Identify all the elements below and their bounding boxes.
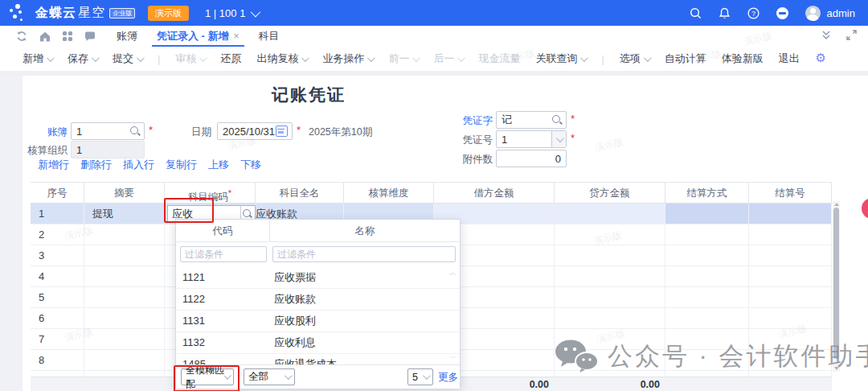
table-cell[interactable] xyxy=(84,245,165,266)
notifications-bell-icon[interactable] xyxy=(719,7,731,19)
table-cell[interactable] xyxy=(749,204,832,224)
table-cell[interactable] xyxy=(665,287,749,308)
toolbar-item: 审核 xyxy=(175,51,205,66)
table-cell[interactable]: 5 xyxy=(31,287,84,308)
grid-action-link[interactable]: 插入行 xyxy=(123,158,154,172)
table-cell[interactable] xyxy=(749,287,832,308)
attachments-value: 0 xyxy=(497,153,566,165)
grid-action-link[interactable]: 删除行 xyxy=(80,158,112,172)
table-cell[interactable] xyxy=(665,266,749,287)
lookup-result-row[interactable]: 1131应收股利 xyxy=(176,310,460,332)
dnd-mode-icon[interactable] xyxy=(776,7,788,19)
table-cell[interactable] xyxy=(84,308,165,329)
table-cell[interactable]: 3 xyxy=(31,245,84,266)
toolbar-settings-gear-icon[interactable]: ⚙ xyxy=(816,51,826,65)
table-cell[interactable] xyxy=(665,245,749,266)
top-bar: 金蝶云 星空 企业版 演示版 1 | 100 1 ? admin xyxy=(0,0,868,26)
scrollbar-thumb[interactable] xyxy=(833,208,839,359)
toolbar-item[interactable]: 新增 xyxy=(23,51,52,66)
lookup-result-row[interactable]: 1121应收票据 xyxy=(176,266,460,289)
account-switcher[interactable]: 1 | 100 1 xyxy=(205,7,258,19)
sync-icon[interactable] xyxy=(16,31,27,42)
table-cell[interactable] xyxy=(665,204,749,224)
ledger-search-icon[interactable] xyxy=(130,126,140,136)
grid-action-link[interactable]: 下移 xyxy=(240,158,261,172)
close-tab-icon[interactable]: × xyxy=(234,31,240,42)
account-code: 1131 xyxy=(182,310,205,331)
grid-action-link[interactable]: 复制行 xyxy=(166,158,197,172)
table-cell[interactable] xyxy=(665,224,749,245)
toolbar-item[interactable]: 保存 xyxy=(68,51,97,66)
scope-value: 全部 xyxy=(248,370,268,384)
column-header: 核算维度 xyxy=(344,183,434,204)
search-icon[interactable] xyxy=(690,7,702,19)
name-filter-input[interactable] xyxy=(272,246,456,262)
avatar[interactable] xyxy=(805,6,821,21)
toolbar-item[interactable]: 退出 xyxy=(779,51,800,66)
tab-科目[interactable]: 科目 xyxy=(249,26,289,47)
column-header-label: 摘要 xyxy=(114,187,134,199)
home-icon[interactable] xyxy=(39,31,51,42)
voucher-no-dropdown[interactable] xyxy=(551,131,566,147)
lookup-result-row[interactable]: 1122应收账款 xyxy=(176,288,460,311)
voucher-no-field[interactable]: 1 xyxy=(496,130,567,148)
toolbar-item[interactable]: 业务操作 xyxy=(322,51,373,66)
toolbar-item[interactable]: 选项 xyxy=(620,51,649,66)
code-filter-input[interactable] xyxy=(180,246,267,262)
grid-action-link[interactable]: 上移 xyxy=(208,158,229,172)
table-cell[interactable] xyxy=(84,224,165,245)
table-cell[interactable] xyxy=(555,245,665,266)
floating-badge[interactable] xyxy=(862,198,868,219)
kingdee-logo-icon xyxy=(8,2,35,23)
table-cell[interactable] xyxy=(555,204,665,224)
account-code: 1132 xyxy=(182,331,205,353)
table-cell[interactable]: 8 xyxy=(31,350,84,371)
column-header: 摘要 xyxy=(84,183,165,204)
table-cell[interactable] xyxy=(84,287,165,308)
table-cell[interactable]: 1 xyxy=(31,204,84,224)
table-cell[interactable] xyxy=(749,266,832,287)
table-cell[interactable] xyxy=(84,329,165,350)
popup-scroll-down-icon[interactable]: ﹀ xyxy=(449,353,457,364)
more-link[interactable]: 更多 xyxy=(438,371,458,385)
table-cell[interactable]: 6 xyxy=(31,308,84,329)
table-cell[interactable]: 4 xyxy=(31,266,84,287)
table-cell[interactable] xyxy=(555,266,665,287)
table-cell[interactable] xyxy=(84,266,165,287)
table-cell[interactable] xyxy=(749,224,832,245)
toolbar-item[interactable]: 出纳复核 xyxy=(256,51,307,66)
calendar-icon[interactable] xyxy=(276,126,288,137)
help-icon[interactable]: ? xyxy=(747,7,760,19)
page-size-select[interactable]: 5 xyxy=(407,368,433,385)
toolbar-item[interactable]: 还原 xyxy=(220,51,241,66)
chevron-down-icon xyxy=(367,54,375,62)
scope-select[interactable]: 全部 xyxy=(244,368,295,385)
collapse-toolbar-icon[interactable] xyxy=(821,31,832,43)
chevron-down-icon xyxy=(92,54,100,62)
grid-action-link[interactable]: 新增行 xyxy=(38,158,69,172)
popup-scroll-up-icon[interactable]: ︿ xyxy=(449,268,457,278)
table-cell[interactable]: 提现 xyxy=(84,204,165,224)
table-cell[interactable] xyxy=(555,308,665,329)
lookup-result-row[interactable]: 1132应收利息 xyxy=(176,331,460,354)
table-cell[interactable] xyxy=(84,350,165,371)
chevron-down-icon xyxy=(251,6,261,17)
ledger-label[interactable]: 账簿 xyxy=(11,126,68,139)
message-icon[interactable] xyxy=(84,31,96,42)
tab-账簿[interactable]: 账簿 xyxy=(107,26,147,47)
scroll-up-icon[interactable] xyxy=(834,203,839,206)
ledger-field[interactable]: 1 xyxy=(71,122,145,140)
table-cell[interactable] xyxy=(555,287,665,308)
toolbar-item[interactable]: 体验新版 xyxy=(722,51,764,66)
toolbar-item-label: 选项 xyxy=(620,51,641,66)
attachments-field[interactable]: 0 xyxy=(496,150,567,167)
toolbar-item[interactable]: 关联查询 xyxy=(535,51,586,66)
voucher-word-search-icon[interactable] xyxy=(552,115,562,125)
voucher-word-field[interactable]: 记 xyxy=(496,111,567,129)
toolbar-item[interactable]: 提交 xyxy=(113,51,142,66)
table-cell[interactable] xyxy=(749,245,832,266)
grid-apps-icon[interactable] xyxy=(63,31,72,41)
fullscreen-icon[interactable] xyxy=(846,30,857,43)
table-cell[interactable] xyxy=(665,308,749,329)
voucher-word-label[interactable]: 凭证字 xyxy=(436,114,493,128)
